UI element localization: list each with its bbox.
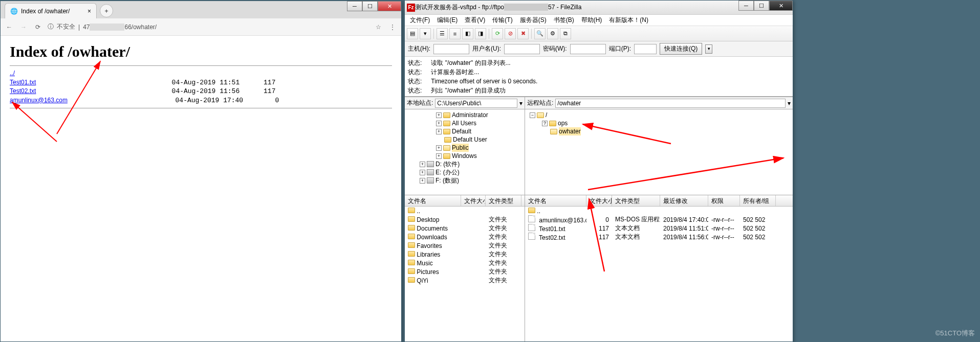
tree-node[interactable]: +E: (办公) (406, 168, 524, 176)
toolbar-cancel-icon[interactable]: ⊘ (505, 28, 516, 39)
local-site-bar: 本地站点: ▾ (405, 97, 525, 109)
file-row[interactable]: amunlinux@163.com0MS-DOS 应用程序2019/8/4 17… (525, 215, 793, 224)
pass-label: 密码(W): (543, 44, 567, 53)
toolbar-icon[interactable]: ≡ (449, 28, 461, 39)
file-row[interactable]: Libraries文件夹 (405, 250, 525, 259)
local-path-input[interactable] (435, 99, 517, 108)
toolbar-disconnect-icon[interactable]: ✖ (517, 28, 529, 39)
fz-window-controls: ─ ☐ ✕ (738, 1, 793, 11)
star-icon[interactable]: ☆ (374, 22, 383, 32)
toolbar-find-icon[interactable]: 🔍 (534, 28, 546, 39)
menu-item[interactable]: 服务器(S) (517, 15, 550, 26)
local-pane: 本地站点: ▾ +Administrator+All Users+Default… (405, 97, 525, 341)
close-tab-icon[interactable]: × (88, 8, 91, 15)
divider (10, 108, 392, 108)
toolbar-sync-icon[interactable]: ⟳ (492, 28, 503, 39)
toolbar-compare-icon[interactable]: ⧉ (560, 28, 571, 39)
file-row[interactable]: Pictures文件夹 (405, 267, 525, 276)
maximize-button[interactable]: ☐ (754, 1, 769, 11)
port-label: 端口(P): (609, 44, 631, 53)
file-row[interactable]: Documents文件夹 (405, 224, 525, 233)
back-button[interactable]: ← (5, 22, 14, 32)
column-header[interactable]: 所有者/组 (740, 195, 776, 206)
column-header[interactable]: 最近修改 (660, 195, 708, 206)
tree-node[interactable]: +Windows (406, 152, 524, 160)
toolbar-filter-icon[interactable]: ⚙ (547, 28, 558, 39)
port-input[interactable] (634, 44, 657, 54)
parent-link[interactable]: ../ (10, 70, 15, 77)
tree-node[interactable]: +Default (406, 127, 524, 135)
menu-item[interactable]: 文件(F) (407, 15, 433, 26)
file-row[interactable]: .. (525, 207, 793, 215)
menu-item[interactable]: 帮助(H) (578, 15, 605, 26)
divider (10, 65, 392, 66)
toolbar-icon[interactable]: ◨ (475, 28, 486, 39)
quickconnect-dropdown[interactable]: ▼ (705, 44, 712, 54)
remote-file-list[interactable]: .. amunlinux@163.com0MS-DOS 应用程序2019/8/4… (525, 207, 793, 341)
toolbar-icon[interactable]: ◧ (462, 28, 473, 39)
remote-pane: 远程站点: ▾ −/?opsowhater 文件名文件大小文件类型最近修改权限所… (525, 97, 793, 341)
url-text: 47xx66/owhater/ (83, 24, 157, 31)
local-file-list[interactable]: .. Desktop文件夹 Documents文件夹 Downloads文件夹 … (405, 207, 525, 341)
file-row[interactable]: .. (405, 207, 525, 215)
menu-item[interactable]: 查看(V) (462, 15, 488, 26)
globe-icon: 🌐 (10, 8, 18, 15)
file-row[interactable]: Downloads文件夹 (405, 233, 525, 241)
file-row[interactable]: QiYi文件夹 (405, 276, 525, 285)
pass-input[interactable] (570, 44, 606, 54)
new-tab-button[interactable]: ＋ (100, 4, 113, 17)
local-tree[interactable]: +Administrator+All Users+DefaultDefault … (405, 109, 525, 195)
dropdown-icon[interactable]: ▾ (788, 100, 791, 107)
quickconnect-button[interactable]: 快速连接(Q) (660, 43, 702, 55)
file-row[interactable]: Favorites文件夹 (405, 241, 525, 250)
fz-toolbar: ▤▾ ☰ ≡ ◧ ◨ ⟳ ⊘ ✖ 🔍 ⚙ ⧉ (405, 26, 793, 41)
url-field[interactable]: ⓘ 不安全 | 47xx66/owhater/ (48, 22, 368, 31)
minimize-button[interactable]: ─ (347, 1, 362, 11)
tree-node[interactable]: owhater (526, 127, 792, 135)
browser-tab[interactable]: 🌐 Index of /owhater/ × (5, 3, 97, 18)
menu-item[interactable]: 传输(T) (489, 15, 515, 26)
toolbar-dropdown-icon[interactable]: ▾ (420, 28, 431, 39)
tree-node[interactable]: +All Users (406, 119, 524, 127)
tree-node[interactable]: +F: (数据) (406, 176, 524, 185)
tree-node[interactable]: Default User (406, 135, 524, 144)
menu-item[interactable]: 书签(B) (551, 15, 577, 26)
column-header[interactable]: 权限 (708, 195, 740, 206)
menu-item[interactable]: 有新版本！(N) (606, 15, 651, 26)
column-header[interactable]: 文件名 (525, 195, 586, 206)
file-row[interactable]: Desktop文件夹 (405, 215, 525, 224)
remote-tree[interactable]: −/?opsowhater (525, 109, 793, 195)
menu-icon[interactable]: ⋮ (388, 22, 397, 32)
tree-node[interactable]: +Public (406, 144, 524, 152)
dropdown-icon[interactable]: ▾ (519, 100, 522, 107)
file-link[interactable]: Test02.txt (10, 87, 36, 95)
host-input[interactable] (433, 44, 469, 54)
file-link[interactable]: amunlinux@163.com (10, 97, 68, 104)
toolbar-sitemgr-icon[interactable]: ▤ (407, 28, 418, 39)
toolbar-icon[interactable]: ☰ (437, 28, 448, 39)
close-button[interactable]: ✕ (769, 1, 793, 11)
tree-node[interactable]: +D: (软件) (406, 160, 524, 168)
column-header[interactable]: 文件类型 (486, 195, 521, 206)
tree-node[interactable]: +Administrator (406, 111, 524, 119)
minimize-button[interactable]: ─ (738, 1, 754, 11)
file-row[interactable]: Test02.txt117文本文档2019/8/4 11:56:00-rw-r-… (525, 233, 793, 241)
maximize-button[interactable]: ☐ (362, 1, 378, 11)
forward-button[interactable]: → (19, 22, 28, 32)
host-label: 主机(H): (408, 44, 430, 53)
reload-button[interactable]: ⟳ (33, 22, 42, 32)
column-header[interactable]: 文件大小 (461, 195, 486, 206)
column-header[interactable]: 文件大小 (586, 195, 612, 206)
close-button[interactable]: ✕ (378, 1, 401, 11)
tree-node[interactable]: −/ (526, 111, 792, 119)
filezilla-icon: Fz (407, 4, 415, 12)
column-header[interactable]: 文件名 (405, 195, 461, 206)
user-input[interactable] (504, 44, 540, 54)
file-row[interactable]: Music文件夹 (405, 259, 525, 267)
tree-node[interactable]: ?ops (526, 119, 792, 127)
remote-path-input[interactable] (555, 99, 786, 108)
column-header[interactable]: 文件类型 (612, 195, 660, 206)
file-row[interactable]: Test01.txt117文本文档2019/8/4 11:51:00-rw-r-… (525, 224, 793, 233)
file-link[interactable]: Test01.txt (10, 79, 36, 86)
menu-item[interactable]: 编辑(E) (434, 15, 461, 26)
